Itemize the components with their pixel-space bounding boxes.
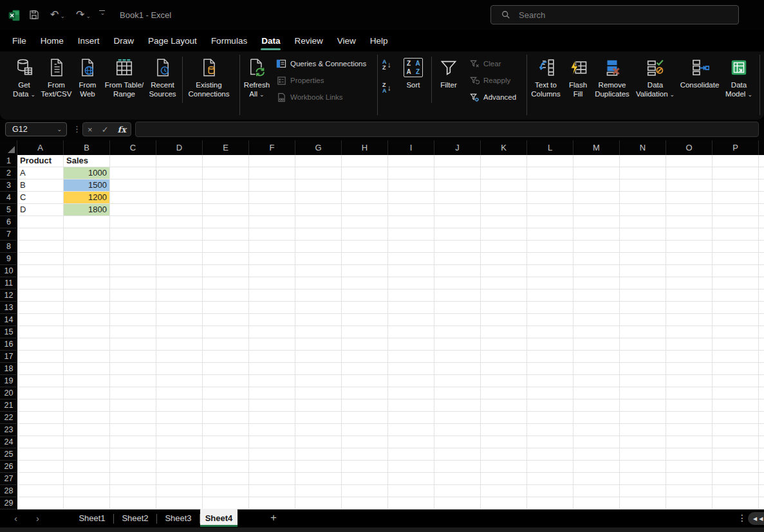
cell-I25[interactable] xyxy=(388,448,434,461)
cell-D11[interactable] xyxy=(156,277,203,289)
cell-E6[interactable] xyxy=(203,216,249,228)
cell-A4[interactable]: C xyxy=(17,192,64,204)
sheet-tab-sheet4-active[interactable]: Sheet4 xyxy=(200,509,238,527)
cell-F27[interactable] xyxy=(249,473,295,485)
cell-N10[interactable] xyxy=(620,265,666,277)
cell-G23[interactable] xyxy=(295,424,342,436)
cell-K27[interactable] xyxy=(481,473,527,485)
sheet-tab-sheet2[interactable]: Sheet2 xyxy=(114,509,156,527)
cell-F13[interactable] xyxy=(249,302,295,314)
cell-I2[interactable] xyxy=(388,167,434,179)
cell-E29[interactable] xyxy=(203,497,249,509)
column-header-I[interactable]: I xyxy=(388,140,434,155)
cell-E13[interactable] xyxy=(203,302,249,314)
recent-sources-button[interactable]: RecentSources xyxy=(145,55,180,116)
cell-P21[interactable] xyxy=(713,399,759,412)
cell-M8[interactable] xyxy=(573,241,620,253)
cell-P5[interactable] xyxy=(713,204,759,216)
cell-C24[interactable] xyxy=(110,436,156,448)
cell-C13[interactable] xyxy=(110,302,156,314)
row-header-9[interactable]: 9 xyxy=(0,253,17,265)
cell-C5[interactable] xyxy=(110,204,156,216)
cell-M26[interactable] xyxy=(573,461,620,473)
cell-D6[interactable] xyxy=(156,216,203,228)
cell-F5[interactable] xyxy=(249,204,295,216)
cell-F1[interactable] xyxy=(249,155,295,167)
cell-L14[interactable] xyxy=(527,314,573,326)
cell-E26[interactable] xyxy=(203,461,249,473)
cell-G18[interactable] xyxy=(295,363,342,375)
cell-J19[interactable] xyxy=(434,375,481,387)
cell-K13[interactable] xyxy=(481,302,527,314)
cell-E21[interactable] xyxy=(203,399,249,412)
cell-B15[interactable] xyxy=(64,326,110,338)
cell-M3[interactable] xyxy=(573,179,620,192)
cell-A20[interactable] xyxy=(17,387,64,399)
cell-H11[interactable] xyxy=(342,277,388,289)
cell-D13[interactable] xyxy=(156,302,203,314)
cell-A17[interactable] xyxy=(17,351,64,363)
cell-D25[interactable] xyxy=(156,448,203,461)
cell-F2[interactable] xyxy=(249,167,295,179)
cell-G15[interactable] xyxy=(295,326,342,338)
cell-N14[interactable] xyxy=(620,314,666,326)
cell-M4[interactable] xyxy=(573,192,620,204)
cell-P12[interactable] xyxy=(713,289,759,302)
column-header-N[interactable]: N xyxy=(620,140,666,155)
cell-N28[interactable] xyxy=(620,485,666,497)
cell-A24[interactable] xyxy=(17,436,64,448)
cell-G5[interactable] xyxy=(295,204,342,216)
cell-I11[interactable] xyxy=(388,277,434,289)
cell-B6[interactable] xyxy=(64,216,110,228)
cell-O27[interactable] xyxy=(666,473,713,485)
cell-F6[interactable] xyxy=(249,216,295,228)
undo-button[interactable]: ↶⌄ xyxy=(50,8,65,21)
cell-O23[interactable] xyxy=(666,424,713,436)
row-header-14[interactable]: 14 xyxy=(0,314,17,326)
cell-O11[interactable] xyxy=(666,277,713,289)
cell-P13[interactable] xyxy=(713,302,759,314)
row-header-21[interactable]: 21 xyxy=(0,399,17,412)
cell-N7[interactable] xyxy=(620,228,666,241)
cell-P25[interactable] xyxy=(713,448,759,461)
cell-O10[interactable] xyxy=(666,265,713,277)
cell-N16[interactable] xyxy=(620,338,666,351)
row-header-2[interactable]: 2 xyxy=(0,167,17,179)
cell-E2[interactable] xyxy=(203,167,249,179)
cell-F29[interactable] xyxy=(249,497,295,509)
cell-B22[interactable] xyxy=(64,412,110,424)
cell-B17[interactable] xyxy=(64,351,110,363)
enter-icon[interactable]: ✓ xyxy=(102,125,109,134)
cell-D26[interactable] xyxy=(156,461,203,473)
cell-K17[interactable] xyxy=(481,351,527,363)
cell-H6[interactable] xyxy=(342,216,388,228)
cell-D2[interactable] xyxy=(156,167,203,179)
cell-O14[interactable] xyxy=(666,314,713,326)
cell-K21[interactable] xyxy=(481,399,527,412)
column-header-H[interactable]: H xyxy=(342,140,388,155)
cell-I27[interactable] xyxy=(388,473,434,485)
cell-M5[interactable] xyxy=(573,204,620,216)
cell-H28[interactable] xyxy=(342,485,388,497)
cell-D17[interactable] xyxy=(156,351,203,363)
cell-C12[interactable] xyxy=(110,289,156,302)
cell-L7[interactable] xyxy=(527,228,573,241)
cell-I22[interactable] xyxy=(388,412,434,424)
cell-B20[interactable] xyxy=(64,387,110,399)
cell-L25[interactable] xyxy=(527,448,573,461)
cell-E23[interactable] xyxy=(203,424,249,436)
cell-E22[interactable] xyxy=(203,412,249,424)
row-header-13[interactable]: 13 xyxy=(0,302,17,314)
cell-M19[interactable] xyxy=(573,375,620,387)
cell-E4[interactable] xyxy=(203,192,249,204)
cell-P27[interactable] xyxy=(713,473,759,485)
column-header-A[interactable]: A xyxy=(17,140,64,155)
cell-M12[interactable] xyxy=(573,289,620,302)
cell-N29[interactable] xyxy=(620,497,666,509)
cell-G25[interactable] xyxy=(295,448,342,461)
cell-E8[interactable] xyxy=(203,241,249,253)
cell-N20[interactable] xyxy=(620,387,666,399)
cell-D10[interactable] xyxy=(156,265,203,277)
cell-M1[interactable] xyxy=(573,155,620,167)
cell-F28[interactable] xyxy=(249,485,295,497)
